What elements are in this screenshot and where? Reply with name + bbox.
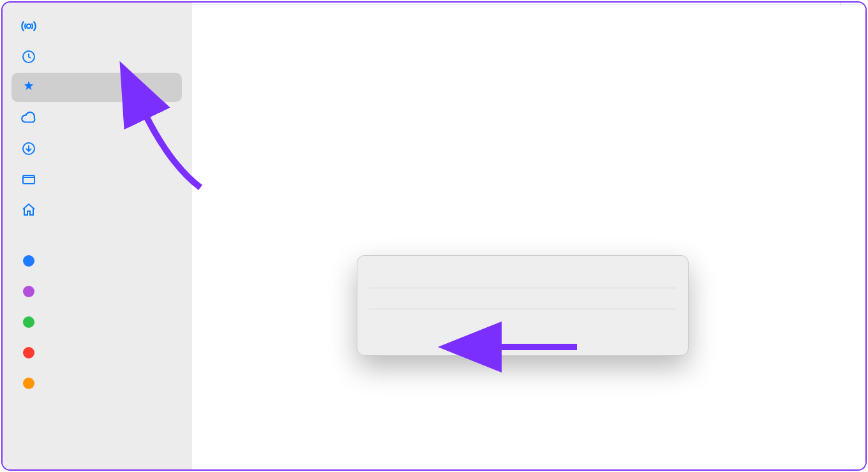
menu-duplicate[interactable] bbox=[357, 345, 688, 355]
sidebar-item-airdrop[interactable] bbox=[11, 11, 182, 41]
context-menu bbox=[357, 255, 689, 356]
tag-important[interactable] bbox=[11, 338, 182, 367]
house-icon bbox=[19, 200, 38, 219]
menu-rename[interactable] bbox=[357, 325, 688, 335]
menu-get-info[interactable] bbox=[357, 314, 688, 325]
menu-open[interactable] bbox=[357, 262, 688, 272]
sidebar-item-downloads[interactable] bbox=[11, 134, 182, 163]
sidebar-item-recents[interactable] bbox=[11, 42, 182, 71]
folder-icon bbox=[19, 170, 38, 189]
tag-orange[interactable] bbox=[11, 369, 182, 398]
tags-header bbox=[3, 226, 191, 245]
file-list bbox=[191, 3, 865, 469]
menu-move-to-bin[interactable] bbox=[357, 293, 688, 304]
svg-point-0 bbox=[27, 24, 31, 29]
apps-icon bbox=[19, 78, 38, 97]
tag-dot-icon bbox=[23, 378, 34, 389]
column-separator[interactable] bbox=[840, 1, 841, 5]
menu-show-package-contents[interactable] bbox=[357, 272, 688, 283]
sidebar bbox=[3, 3, 191, 469]
finder-window bbox=[1, 1, 867, 471]
tag-dot-icon bbox=[23, 255, 34, 267]
menu-divider bbox=[369, 309, 677, 309]
tag-writing[interactable] bbox=[11, 277, 182, 306]
tag-screenshots[interactable] bbox=[11, 246, 182, 276]
tag-dot-icon bbox=[23, 316, 34, 328]
tag-dot-icon bbox=[23, 286, 34, 297]
sidebar-item-onmymac[interactable] bbox=[11, 165, 182, 194]
download-icon bbox=[19, 139, 38, 158]
sidebar-item-home[interactable] bbox=[11, 195, 182, 225]
airdrop-icon bbox=[19, 17, 38, 36]
sidebar-item-onedrive[interactable] bbox=[11, 103, 182, 133]
clock-icon bbox=[19, 47, 38, 66]
sidebar-item-applications[interactable] bbox=[11, 73, 182, 102]
cloud-icon bbox=[19, 108, 38, 128]
tag-dot-icon bbox=[23, 347, 34, 358]
menu-divider bbox=[369, 288, 677, 288]
tag-invoice[interactable] bbox=[11, 307, 182, 337]
column-headers bbox=[191, 1, 865, 5]
menu-compress[interactable] bbox=[357, 335, 688, 345]
svg-rect-3 bbox=[23, 175, 34, 184]
